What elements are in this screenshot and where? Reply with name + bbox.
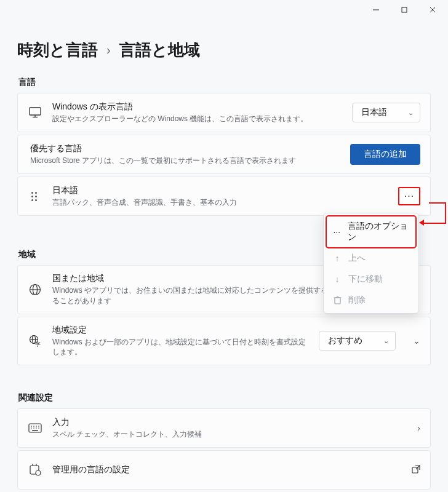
- display-language-title: Windows の表示言語: [52, 101, 342, 113]
- language-context-menu: ··· 言語のオプション ↑ 上へ ↓ 下に移動 削除: [323, 213, 419, 314]
- svg-point-21: [36, 427, 37, 429]
- arrow-up-icon: ↑: [332, 253, 342, 263]
- admin-language-title: 管理用の言語の設定: [52, 464, 402, 475]
- ctx-delete: 削除: [326, 290, 416, 311]
- section-heading-language: 言語: [18, 77, 431, 88]
- svg-point-20: [33, 427, 34, 429]
- minimize-button[interactable]: [362, 1, 390, 19]
- ctx-delete-label: 削除: [348, 295, 366, 306]
- regional-format-card: 字 地域設定 Windows および一部のアプリは、地域設定に基づいて日付と時刻…: [17, 317, 431, 366]
- annotation-line: [445, 202, 446, 224]
- breadcrumb-parent[interactable]: 時刻と言語: [17, 39, 98, 61]
- chevron-down-icon: ⌄: [408, 109, 414, 117]
- ctx-language-options[interactable]: ··· 言語のオプション: [326, 216, 416, 248]
- svg-point-19: [31, 427, 32, 429]
- expand-chevron-icon[interactable]: ⌄: [413, 336, 420, 346]
- typing-title: 入力: [52, 417, 407, 428]
- svg-point-18: [38, 426, 39, 427]
- language-item-japanese[interactable]: 日本語 言語パック、音声合成、音声認識、手書き、基本の入力 ···: [17, 177, 431, 216]
- admin-language-settings-card[interactable]: 管理用の言語の設定: [17, 450, 431, 490]
- section-heading-related: 関連設定: [18, 392, 431, 403]
- globe-icon: [28, 284, 42, 296]
- language-item-sub: 言語パック、音声合成、音声認識、手書き、基本の入力: [52, 197, 388, 208]
- chevron-down-icon: ⌄: [383, 337, 389, 345]
- typing-settings-card[interactable]: 入力 スペル チェック、オートコレクト、入力候補 ›: [17, 408, 431, 448]
- display-language-sub: 設定やエクスプローラーなどの Windows 機能は、この言語で表示されます。: [52, 114, 342, 124]
- svg-rect-4: [30, 108, 41, 115]
- close-button[interactable]: [418, 1, 447, 19]
- regional-format-sub: Windows および一部のアプリは、地域設定に基づいて日付と時刻を書式設定しま…: [52, 337, 309, 358]
- ctx-move-down: ↓ 下に移動: [326, 269, 416, 290]
- globe-letter-icon: 字: [28, 335, 42, 347]
- display-language-card: Windows の表示言語 設定やエクスプローラーなどの Windows 機能は…: [17, 93, 431, 132]
- arrow-down-icon: ↓: [332, 274, 342, 284]
- shield-settings-icon: [28, 464, 42, 476]
- chevron-right-icon: ›: [417, 423, 420, 433]
- preferred-language-header: 優先する言語 Microsoft Store アプリは、この一覧で最初にサポート…: [17, 135, 431, 174]
- svg-rect-1: [402, 7, 407, 12]
- svg-point-15: [31, 426, 32, 427]
- regional-format-title: 地域設定: [52, 325, 309, 336]
- regional-format-value: おすすめ: [328, 335, 362, 346]
- annotation-arrow-icon: [419, 220, 424, 226]
- ctx-down-label: 下に移動: [348, 274, 383, 285]
- regional-format-dropdown[interactable]: おすすめ ⌄: [319, 331, 396, 351]
- open-external-icon: [412, 465, 420, 475]
- chevron-right-icon: ›: [106, 43, 111, 57]
- svg-rect-23: [32, 430, 38, 431]
- display-language-dropdown[interactable]: 日本語 ⌄: [352, 103, 420, 122]
- svg-point-17: [36, 426, 37, 427]
- svg-rect-28: [335, 298, 340, 304]
- ctx-move-up: ↑ 上へ: [326, 248, 416, 269]
- svg-point-22: [38, 427, 39, 429]
- add-language-button[interactable]: 言語の追加: [350, 144, 420, 165]
- display-language-value: 日本語: [361, 107, 387, 118]
- svg-rect-14: [29, 424, 41, 432]
- maximize-button[interactable]: [390, 1, 418, 19]
- page-title: 言語と地域: [119, 39, 200, 61]
- typing-sub: スペル チェック、オートコレクト、入力候補: [52, 429, 407, 440]
- ctx-options-label: 言語のオプション: [348, 221, 410, 243]
- preferred-language-title: 優先する言語: [30, 143, 340, 154]
- svg-point-25: [36, 470, 41, 475]
- drag-handle-icon[interactable]: [28, 192, 42, 201]
- more-options-button[interactable]: ···: [398, 187, 420, 205]
- language-item-title: 日本語: [52, 185, 388, 196]
- monitor-icon: [28, 107, 42, 118]
- trash-icon: [332, 296, 342, 304]
- annotation-line: [429, 202, 446, 204]
- annotation-line: [423, 223, 446, 224]
- more-icon: ···: [332, 227, 342, 237]
- preferred-language-sub: Microsoft Store アプリは、この一覧で最初にサポートされる言語で表…: [30, 156, 340, 166]
- svg-text:字: 字: [35, 341, 41, 347]
- breadcrumb: 時刻と言語 › 言語と地域: [17, 39, 431, 61]
- svg-point-16: [33, 426, 34, 427]
- ctx-up-label: 上へ: [348, 253, 366, 264]
- keyboard-icon: [28, 423, 42, 433]
- window-titlebar: [0, 0, 448, 20]
